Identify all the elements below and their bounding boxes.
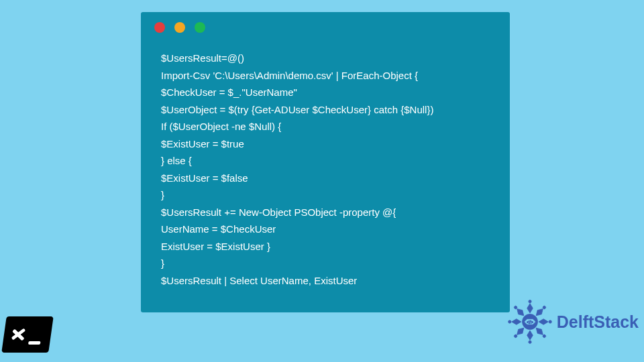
- close-dot: [154, 22, 165, 33]
- svg-point-2: [549, 320, 551, 323]
- flower-icon: </>: [506, 298, 554, 346]
- brand-name: DelftStack: [557, 312, 639, 332]
- minimize-dot: [174, 22, 185, 33]
- maximize-dot: [195, 22, 205, 33]
- window-controls: [154, 22, 205, 33]
- svg-text:</>: </>: [527, 320, 533, 324]
- code-block: $UsersResult=@() Import-Csv 'C:\Users\Ad…: [161, 50, 496, 289]
- powershell-icon: [1, 316, 54, 353]
- code-window: $UsersResult=@() Import-Csv 'C:\Users\Ad…: [141, 12, 510, 312]
- delftstack-logo: </> DelftStack: [506, 298, 639, 346]
- svg-point-0: [529, 300, 531, 303]
- svg-point-6: [508, 320, 511, 323]
- svg-point-4: [529, 341, 531, 343]
